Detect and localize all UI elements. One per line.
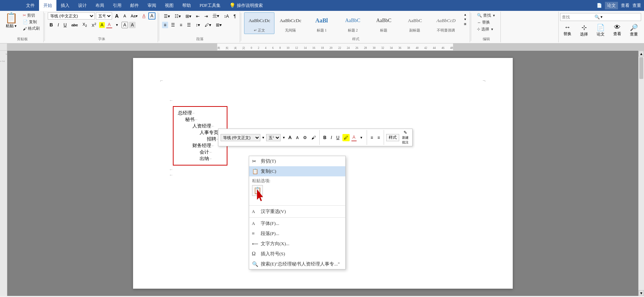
text-effect-button[interactable]: A bbox=[148, 12, 155, 20]
mini-new-note-btn[interactable]: ✎ 新建 批注 bbox=[401, 130, 410, 145]
chachong-btn[interactable]: 查重 bbox=[632, 3, 641, 9]
mini-font-arrow[interactable]: ▼ bbox=[262, 136, 265, 139]
font-color-arrow[interactable]: ▼ bbox=[114, 22, 120, 28]
font-size-select[interactable]: 五号 bbox=[96, 12, 112, 20]
style-heading2[interactable]: AaBbC 标题 2 bbox=[337, 12, 368, 34]
chinese-layout-button[interactable]: 亖▾ bbox=[211, 12, 221, 20]
tab-home[interactable]: 开始 bbox=[39, 0, 56, 11]
ctx-insert-symbol[interactable]: Ω 插入符号(S) bbox=[249, 249, 346, 259]
mini-size-select[interactable]: 五号 bbox=[266, 134, 281, 141]
mini-underline-btn[interactable]: U bbox=[335, 134, 341, 141]
styles-scroll-down[interactable]: ▼ bbox=[462, 17, 468, 22]
decrease-indent-button[interactable]: ⇤ bbox=[194, 12, 201, 20]
tab-help[interactable]: 帮助 bbox=[178, 0, 195, 11]
mini-size-arrow[interactable]: ▼ bbox=[282, 136, 285, 139]
find-button[interactable]: 🔍 查找 ▼ bbox=[475, 12, 498, 18]
tab-search-operations[interactable]: 💡 操作说明搜索 bbox=[225, 0, 267, 11]
font-color-button[interactable]: A bbox=[106, 21, 112, 28]
tab-insert[interactable]: 插入 bbox=[56, 0, 74, 11]
align-left-button[interactable]: ≡ bbox=[162, 22, 168, 28]
style-heading1[interactable]: AaBl 标题 1 bbox=[306, 12, 337, 34]
border-button[interactable]: ⊞▾ bbox=[214, 22, 223, 28]
mini-format-icon[interactable]: ⚙ bbox=[302, 134, 308, 141]
align-right-button[interactable]: ≡ bbox=[178, 22, 184, 28]
line-spacing-button[interactable]: ↕▾ bbox=[194, 22, 202, 28]
copy-button[interactable]: 📄 复制 bbox=[21, 19, 41, 25]
format-painter-button[interactable]: 🖌 格式刷 bbox=[21, 25, 41, 32]
subscript-button[interactable]: X2 bbox=[81, 21, 89, 28]
mini-paint-btn[interactable]: 🖌 bbox=[310, 134, 317, 141]
mini-font-select[interactable]: 等线 (中文正文) bbox=[221, 134, 260, 141]
mini-style-btn[interactable]: 样式 bbox=[386, 134, 399, 141]
tab-mailings[interactable]: 邮件 bbox=[126, 0, 143, 11]
search-btn-icon[interactable]: 🔍 bbox=[594, 14, 600, 20]
search-input[interactable] bbox=[562, 15, 594, 19]
multilevel-list-button[interactable]: ⊞▾ bbox=[184, 12, 193, 20]
tab-view[interactable]: 视图 bbox=[161, 0, 178, 11]
chakan-btn[interactable]: 查看 bbox=[621, 3, 630, 9]
show-marks-button[interactable]: ¶ bbox=[232, 12, 238, 20]
replace-button[interactable]: ↔ 替换 bbox=[475, 19, 492, 25]
sort-button[interactable]: ↕A bbox=[222, 12, 231, 20]
mini-list-btn[interactable]: ≡ bbox=[369, 134, 375, 141]
font-name-select[interactable]: 等线 (中文正文) bbox=[48, 12, 95, 20]
clear-format-button[interactable]: A bbox=[141, 13, 147, 19]
bullet-list-button[interactable]: ☰▾ bbox=[162, 12, 172, 20]
tab-references[interactable]: 引用 bbox=[108, 0, 126, 11]
cut-button[interactable]: ✂ 剪切 bbox=[21, 12, 41, 18]
lunwen-btn[interactable]: 论文 bbox=[605, 2, 618, 9]
underline-button[interactable]: U bbox=[62, 22, 69, 28]
search-expand-arrow[interactable]: ▼ bbox=[600, 15, 603, 19]
styles-expand[interactable]: ⊞ bbox=[462, 22, 468, 26]
scroll-up-button[interactable]: ▲ bbox=[639, 51, 644, 57]
select-button[interactable]: ⊹ 选择 ▼ bbox=[475, 26, 496, 32]
font-shrink-button[interactable]: A bbox=[121, 13, 128, 19]
change-case-button[interactable]: Aa▾ bbox=[129, 13, 139, 19]
scroll-down-button[interactable]: ▼ bbox=[639, 290, 644, 296]
tab-file[interactable]: 文件 bbox=[22, 0, 39, 11]
superscript-button[interactable]: X2 bbox=[90, 21, 98, 28]
mini-bold-btn[interactable]: B bbox=[322, 134, 328, 141]
style-normal[interactable]: AaBbCcDc ↵ 正文 bbox=[244, 12, 274, 34]
ctx-cut[interactable]: ✂ 剪切(T) bbox=[249, 156, 346, 166]
select-btn-big[interactable]: ⊹ 选择 bbox=[577, 22, 591, 38]
align-center-button[interactable]: ☰ bbox=[169, 22, 177, 28]
ctx-search[interactable]: 🔍 搜索(E)"总经理秘书人资经理人事专..." bbox=[249, 259, 346, 269]
justify-button[interactable]: ☰ bbox=[185, 22, 193, 28]
tab-review[interactable]: 审阅 bbox=[143, 0, 161, 11]
mini-font-color-btn[interactable]: A bbox=[351, 134, 357, 141]
tab-layout[interactable]: 布局 bbox=[91, 0, 108, 11]
font-grow-button[interactable]: A bbox=[113, 12, 120, 20]
mini-shrink-btn[interactable]: A bbox=[295, 134, 300, 141]
ctx-copy[interactable]: 📋 复制(C) bbox=[249, 166, 346, 176]
char-border-button[interactable]: A bbox=[121, 22, 128, 28]
document-area[interactable]: ⌐ ¬ ← 总经理 ← 秘书 ← 人资经理 ← 人事专页 bbox=[7, 51, 638, 296]
increase-indent-button[interactable]: ⇥ bbox=[202, 12, 210, 20]
ctx-text-direction[interactable]: ⟵ 文字方向(X)... bbox=[249, 239, 346, 249]
tab-design[interactable]: 设计 bbox=[74, 0, 91, 11]
tab-pdf[interactable]: PDF工具集 bbox=[195, 0, 225, 11]
style-title[interactable]: AaBbC 标题 bbox=[368, 12, 399, 34]
mini-highlight-btn[interactable]: 🖊 bbox=[342, 134, 350, 141]
styles-scroll-up[interactable]: ▲ bbox=[462, 12, 468, 17]
scroll-track[interactable] bbox=[639, 57, 644, 290]
strikethrough-button[interactable]: abc bbox=[69, 22, 80, 28]
style-no-spacing[interactable]: AaBbCcDc 无间隔 bbox=[275, 12, 306, 34]
numbered-list-button[interactable]: ☷▾ bbox=[173, 12, 183, 20]
replace-btn-big[interactable]: ↔ 替换 bbox=[560, 22, 575, 38]
shading-button[interactable]: 🖊▾ bbox=[203, 22, 213, 28]
italic-button[interactable]: I bbox=[56, 22, 60, 28]
vertical-scrollbar[interactable]: ▲ ▼ bbox=[638, 51, 644, 296]
bold-button[interactable]: B bbox=[48, 21, 55, 28]
highlight-button[interactable]: A bbox=[99, 22, 105, 28]
paste-button[interactable]: 📋 粘贴 ▼ bbox=[4, 12, 19, 29]
mini-grow-btn[interactable]: A bbox=[287, 134, 293, 141]
scroll-thumb[interactable] bbox=[639, 57, 643, 79]
style-subtitle[interactable]: AaBbC 副标题 bbox=[400, 12, 430, 34]
lunwen-btn-big[interactable]: 📄 论文 bbox=[593, 22, 608, 38]
ctx-paragraph[interactable]: ≡ 段落(P)... bbox=[249, 229, 346, 239]
ctx-font[interactable]: A 字体(F)... bbox=[249, 218, 346, 229]
mini-font-color-arrow[interactable]: ▼ bbox=[358, 134, 364, 141]
mini-indent-btn[interactable]: ≡ bbox=[376, 134, 381, 141]
style-subtle-emphasis[interactable]: AaBbCcD 不明显强调 bbox=[431, 12, 461, 34]
